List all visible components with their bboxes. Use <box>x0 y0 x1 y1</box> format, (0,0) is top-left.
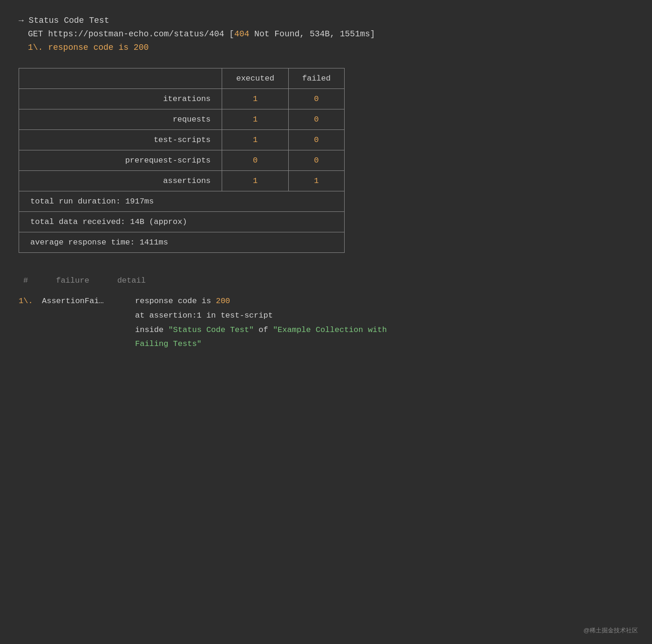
stats-table: executed failed iterations 1 0 requests … <box>19 68 345 253</box>
get-method: GET <box>28 29 43 39</box>
row-executed: 1 <box>222 130 288 150</box>
summary-row: total data received: 14B (approx) <box>19 212 345 232</box>
row-label: assertions <box>19 171 222 191</box>
summary-cell: total run duration: 1917ms <box>19 191 345 212</box>
row-failed: 0 <box>288 109 344 130</box>
detail-line-2: at assertion:1 in test-script <box>135 309 387 323</box>
row-executed: 0 <box>222 150 288 171</box>
assertion-label: response code is <box>48 43 134 52</box>
row-failed: 0 <box>288 130 344 150</box>
failures-col-detail: detail <box>117 276 146 285</box>
summary-row: average response time: 1411ms <box>19 232 345 253</box>
header-empty <box>19 68 222 89</box>
arrow-label: → Status Code Test <box>19 16 109 25</box>
status-text-space <box>249 29 254 39</box>
summary-row: total run duration: 1917ms <box>19 191 345 212</box>
table-row: requests 1 0 <box>19 109 345 130</box>
table-header-row: executed failed <box>19 68 345 89</box>
detail-str1: "Status Code Test" <box>168 325 254 334</box>
row-failed: 1 <box>288 171 344 191</box>
header-section: → Status Code Test GET https://postman-e… <box>19 14 633 54</box>
row-failed: 0 <box>288 89 344 109</box>
status-code: 404 <box>234 29 249 39</box>
detail-str3: Failing Tests" <box>135 339 202 348</box>
row-failed: 0 <box>288 150 344 171</box>
detail-line-3: inside "Status Code Test" of "Example Co… <box>135 323 387 338</box>
row-label: prerequest-scripts <box>19 150 222 171</box>
assertion-line: 1\. response code is 200 <box>19 41 633 54</box>
failure-num: 1\. <box>19 294 42 351</box>
failures-col-failure: failure <box>56 276 89 285</box>
row-label: iterations <box>19 89 222 109</box>
table-row: assertions 1 1 <box>19 171 345 191</box>
not-text: Not Found, 534B, 1551ms] <box>254 29 375 39</box>
row-label: test-scripts <box>19 130 222 150</box>
row-executed: 1 <box>222 109 288 130</box>
detail-line-1: response code is 200 <box>135 294 387 309</box>
row-executed: 1 <box>222 171 288 191</box>
failure-type: AssertionFai… <box>42 294 135 351</box>
header-executed: executed <box>222 68 288 89</box>
get-url: https://postman-echo.com/status/404 [ <box>48 29 234 39</box>
row-label: requests <box>19 109 222 130</box>
failure-detail: response code is 200 at assertion:1 in t… <box>135 294 387 351</box>
failure-row: 1\. AssertionFai… response code is 200 a… <box>19 294 633 351</box>
assertion-value: 200 <box>134 43 149 52</box>
assertion-num: 1\. <box>28 43 48 52</box>
watermark: @稀土掘金技术社区 <box>584 626 638 635</box>
table-row: prerequest-scripts 0 0 <box>19 150 345 171</box>
detail-line-4: Failing Tests" <box>135 337 387 352</box>
summary-cell: average response time: 1411ms <box>19 232 345 253</box>
detail-value: 200 <box>216 297 230 305</box>
header-failed: failed <box>288 68 344 89</box>
test-name-line: → Status Code Test <box>19 14 633 27</box>
detail-str2: "Example Collection with <box>273 325 387 334</box>
summary-cell: total data received: 14B (approx) <box>19 212 345 232</box>
failures-section: # failure detail 1\. AssertionFai… respo… <box>19 271 633 351</box>
get-line: GET https://postman-echo.com/status/404 … <box>19 27 633 41</box>
row-executed: 1 <box>222 89 288 109</box>
table-row: iterations 1 0 <box>19 89 345 109</box>
failures-header: # failure detail <box>19 271 633 294</box>
failures-col-hash: # <box>23 276 28 285</box>
table-row: test-scripts 1 0 <box>19 130 345 150</box>
